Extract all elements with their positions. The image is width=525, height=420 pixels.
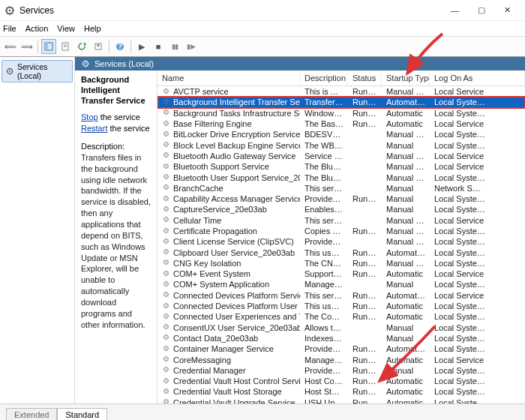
service-desc: This is Audi… <box>300 87 348 96</box>
service-startup: Automatic <box>382 312 430 321</box>
col-name[interactable]: Name <box>158 70 300 86</box>
col-logon-as[interactable]: Log On As <box>430 70 525 86</box>
service-startup: Manual (Trig… <box>382 162 430 171</box>
service-desc: Provides se… <box>300 366 348 375</box>
svg-text:?: ? <box>118 42 123 50</box>
table-row[interactable]: Background Intelligent Transfer ServiceT… <box>158 97 525 107</box>
minimize-button[interactable]: — <box>442 2 468 19</box>
svg-point-13 <box>85 63 86 64</box>
service-desc: The Bluetoo… <box>300 173 348 182</box>
service-logon: Local Syste… <box>430 334 525 343</box>
service-name: Connected User Experiences and Telemetry <box>173 312 300 321</box>
col-description[interactable]: Description <box>300 70 348 86</box>
service-desc: The Base Fil… <box>300 119 348 128</box>
refresh-button[interactable] <box>74 39 89 54</box>
back-button[interactable]: ⟸ <box>3 39 18 54</box>
table-row[interactable]: Background Tasks Infrastructure ServiceW… <box>158 108 525 118</box>
service-logon: Local Service <box>430 162 525 171</box>
gear-icon <box>162 355 170 364</box>
service-name: ConsentUX User Service_20e03ab <box>173 323 300 332</box>
table-row[interactable]: Capability Access Manager ServiceProvide… <box>158 194 525 204</box>
tab-extended[interactable]: Extended <box>6 408 57 420</box>
table-row[interactable]: COM+ System ApplicationManages th…Manual… <box>158 279 525 290</box>
table-row[interactable]: BitLocker Drive Encryption ServiceBDESVC… <box>158 129 525 140</box>
service-logon: Local Syste… <box>430 194 525 203</box>
table-row[interactable]: Bluetooth Audio Gateway ServiceService s… <box>158 151 525 161</box>
table-row[interactable]: Credential Vault Host StorageHost Storag… <box>158 386 525 397</box>
table-row[interactable]: Client License Service (ClipSVC)Provides… <box>158 236 525 247</box>
table-row[interactable]: Container Manager ServiceProvides su…Run… <box>158 344 525 354</box>
forward-button[interactable]: ⟹ <box>20 39 34 54</box>
restart-service-button[interactable]: ▮▶ <box>184 39 199 54</box>
table-row[interactable]: BranchCacheThis service …ManualNetwork S… <box>158 183 525 194</box>
service-name: Container Manager Service <box>173 344 274 353</box>
properties-button[interactable] <box>58 39 73 54</box>
col-startup-type[interactable]: Startup Type <box>382 70 430 86</box>
table-row[interactable]: CoreMessagingManages co…RunningAutomatic… <box>158 354 525 364</box>
show-hide-tree-button[interactable] <box>41 39 56 54</box>
service-name: Base Filtering Engine <box>173 119 252 128</box>
menu-action[interactable]: Action <box>26 24 49 33</box>
service-name: Capability Access Manager Service <box>173 194 300 203</box>
table-row[interactable]: Connected User Experiences and Telemetry… <box>158 311 525 322</box>
service-desc: Provides su… <box>300 344 348 353</box>
table-row[interactable]: CaptureService_20e03abEnables opti…Manua… <box>158 204 525 214</box>
stop-link[interactable]: Stop <box>81 112 98 122</box>
tab-standard[interactable]: Standard <box>57 408 107 420</box>
table-row[interactable]: Credential Vault Upgrade ServiceUSH Upgr… <box>158 398 525 404</box>
table-row[interactable]: ConsentUX User Service_20e03abAllows the… <box>158 322 525 333</box>
gear-icon <box>162 365 170 375</box>
table-row[interactable]: COM+ Event SystemSupports Sy…RunningAuto… <box>158 268 525 279</box>
service-logon: Local Syste… <box>430 323 525 332</box>
table-row[interactable]: Credential Vault Host Control ServiceHos… <box>158 376 525 386</box>
stop-service-button[interactable]: ■ <box>151 39 166 54</box>
service-name: Client License Service (ClipSVC) <box>173 237 294 246</box>
table-row[interactable]: Cellular TimeThis service …Manual (Trig…… <box>158 215 525 226</box>
table-row[interactable]: Bluetooth Support ServiceThe Bluetoo…Man… <box>158 161 525 172</box>
menu-view[interactable]: View <box>57 24 75 33</box>
service-name: Connected Devices Platform Service <box>173 291 300 300</box>
gear-icon <box>162 290 170 300</box>
service-name: COM+ System Application <box>173 280 269 289</box>
start-service-button[interactable]: ▶ <box>134 39 149 54</box>
svg-point-17 <box>166 101 167 103</box>
svg-point-69 <box>166 380 167 381</box>
table-row[interactable]: Base Filtering EngineThe Base Fil…Runnin… <box>158 118 525 129</box>
table-row[interactable]: Certificate PropagationCopies user …Runn… <box>158 226 525 236</box>
help-button[interactable]: ? <box>112 39 128 54</box>
table-row[interactable]: Credential ManagerProvides se…RunningMan… <box>158 365 525 376</box>
table-row[interactable]: Connected Devices Platform ServiceThis s… <box>158 290 525 301</box>
restart-link[interactable]: Restart <box>81 124 107 133</box>
service-desc: Provides inf… <box>300 237 348 246</box>
svg-rect-3 <box>45 43 48 50</box>
menu-help[interactable]: Help <box>84 24 101 33</box>
tree-root-services-local[interactable]: Services (Local) <box>2 60 73 82</box>
gear-icon <box>162 151 170 160</box>
service-status: Running <box>348 344 382 353</box>
menu-file[interactable]: File <box>3 24 16 33</box>
tree-pane: Services (Local) <box>0 57 75 404</box>
table-row[interactable]: Contact Data_20e03abIndexes con…ManualLo… <box>158 333 525 344</box>
table-row[interactable]: AVCTP serviceThis is Audi…RunningManual … <box>158 86 525 97</box>
service-name: CNG Key Isolation <box>173 259 241 268</box>
table-row[interactable]: CNG Key IsolationThe CNG ke…RunningManua… <box>158 258 525 268</box>
table-row[interactable]: Connected Devices Platform User Service_… <box>158 301 525 311</box>
maximize-button[interactable]: ▢ <box>468 2 494 19</box>
service-startup: Automatic <box>382 398 430 404</box>
service-name: Bluetooth User Support Service_20e03ab <box>173 173 300 182</box>
pause-service-button[interactable]: ▮▮ <box>167 39 182 54</box>
close-button[interactable]: ✕ <box>494 2 520 19</box>
service-status: Running <box>348 226 382 236</box>
service-desc: Manages th… <box>300 280 348 289</box>
gear-icon <box>162 162 170 172</box>
svg-point-19 <box>166 112 167 113</box>
table-row[interactable]: Block Level Backup Engine ServiceThe WBE… <box>158 140 525 150</box>
service-startup: Automatic <box>382 119 430 128</box>
col-status[interactable]: Status <box>348 70 382 86</box>
table-row[interactable]: Bluetooth User Support Service_20e03abTh… <box>158 172 525 182</box>
table-row[interactable]: Clipboard User Service_20e03abThis user … <box>158 247 525 257</box>
export-button[interactable] <box>91 39 106 54</box>
service-logon: Local Syste… <box>430 387 525 396</box>
service-logon: Network S… <box>430 184 525 193</box>
service-name: Background Intelligent Transfer Service <box>173 98 300 106</box>
